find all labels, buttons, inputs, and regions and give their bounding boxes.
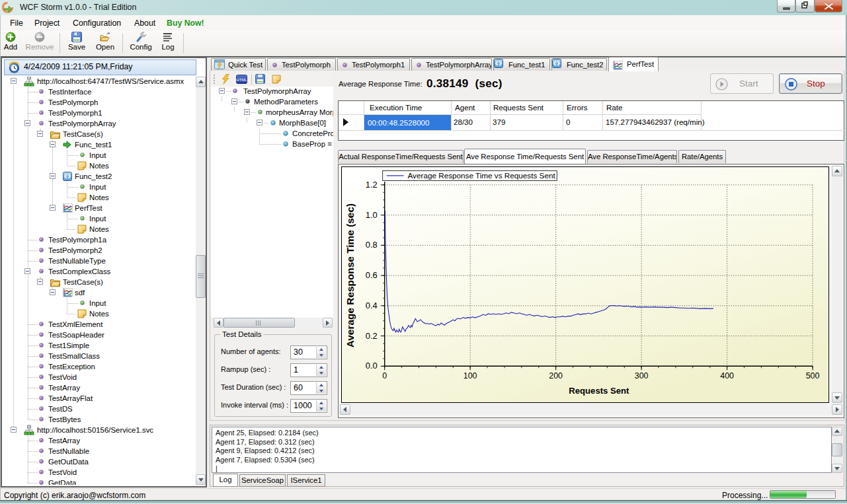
svg-text:Average Response Time (sec): Average Response Time (sec)	[344, 203, 356, 347]
svg-text:0.0: 0.0	[366, 361, 378, 371]
svg-text:0.2: 0.2	[366, 331, 378, 341]
svg-text:Requests Sent: Requests Sent	[569, 386, 629, 396]
svg-text:400: 400	[720, 371, 734, 380]
svg-text:0.6: 0.6	[366, 270, 378, 280]
svg-text:Average Response Time vs Reque: Average Response Time vs Requests Sent	[408, 171, 556, 180]
svg-text:HTML: HTML	[236, 78, 247, 82]
svg-text:1.0: 1.0	[366, 210, 378, 220]
svg-text:500: 500	[806, 371, 820, 380]
svg-text:0.8: 0.8	[366, 240, 378, 250]
svg-text:200: 200	[549, 371, 563, 380]
svg-text:0: 0	[382, 371, 387, 380]
svg-text:0.4: 0.4	[366, 301, 378, 310]
svg-text:300: 300	[635, 371, 649, 380]
svg-text:100: 100	[464, 371, 477, 380]
svg-text:1.2: 1.2	[366, 180, 378, 190]
